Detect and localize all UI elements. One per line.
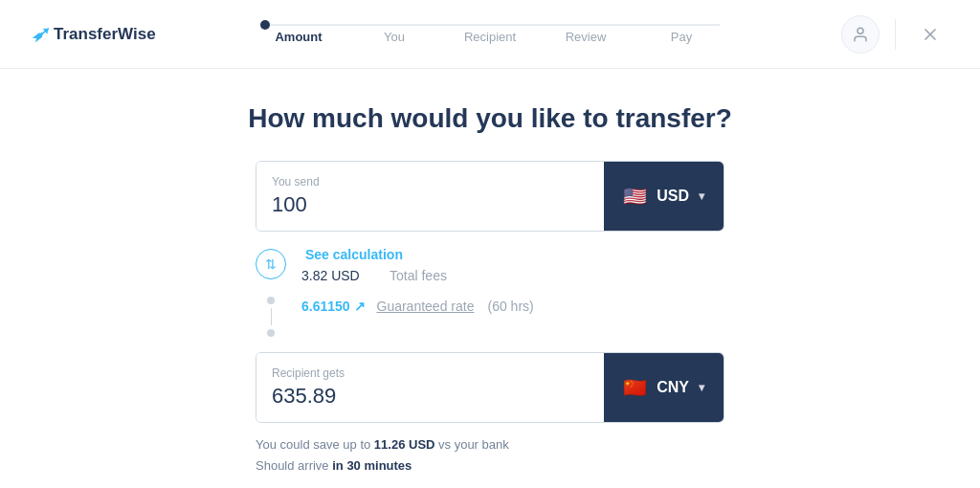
- see-calculation-row: See calculation: [305, 247, 724, 262]
- step-you[interactable]: You: [356, 30, 433, 44]
- send-input-left: You send: [256, 162, 604, 231]
- calc-dot-bottom: [267, 329, 275, 337]
- receive-amount-input[interactable]: [272, 384, 589, 409]
- progress-nav: Amount You Recipient Review Pay: [260, 24, 720, 44]
- receive-label: Recipient gets: [272, 366, 589, 380]
- send-currency-code: USD: [657, 188, 689, 205]
- calc-toggle-icon: ⇅: [265, 256, 277, 272]
- send-currency-caret: ▾: [699, 189, 704, 203]
- calc-details-wrapper: See calculation 3.82 USD Total fees 6.61…: [301, 247, 724, 314]
- transfer-card: You send 🇺🇸 USD ▾ ⇅: [256, 161, 724, 477]
- close-button[interactable]: [911, 15, 949, 54]
- arrival-line: Should arrive in 30 minutes: [256, 455, 724, 477]
- receive-flag: 🇨🇳: [623, 376, 647, 399]
- send-flag: 🇺🇸: [623, 185, 647, 208]
- savings-text: You could save up to 11.26 USD vs your b…: [256, 434, 724, 477]
- calc-toggle-button[interactable]: ⇅: [256, 249, 286, 279]
- logo-icon: ➶: [31, 22, 48, 47]
- savings-amount: 11.26 USD: [374, 437, 435, 452]
- send-input-group: You send 🇺🇸 USD ▾: [256, 161, 724, 232]
- guaranteed-time: (60 hrs): [487, 299, 533, 314]
- header: ➶ TransferWise Amount You Recipient Revi…: [0, 0, 980, 69]
- send-label: You send: [272, 175, 589, 189]
- progress-line: [260, 24, 720, 26]
- steps-labels: Amount You Recipient Review Pay: [260, 30, 720, 44]
- main-content: How much would you like to transfer? You…: [0, 69, 980, 477]
- step-recipient[interactable]: Recipient: [452, 30, 528, 44]
- header-actions: [841, 15, 949, 54]
- rate-value: 6.61150 ↗: [301, 299, 366, 314]
- progress-track: [260, 24, 720, 26]
- fee-row: 3.82 USD Total fees: [301, 268, 724, 283]
- calc-vert-line: [271, 308, 272, 325]
- page-title: How much would you like to transfer?: [248, 103, 732, 134]
- calc-line-container: [267, 297, 275, 337]
- fee-amount: 3.82 USD: [301, 268, 378, 283]
- see-calculation-link[interactable]: See calculation: [305, 247, 403, 262]
- header-divider: [895, 19, 896, 50]
- step-review[interactable]: Review: [547, 30, 624, 44]
- send-currency-button[interactable]: 🇺🇸 USD ▾: [604, 162, 724, 231]
- fee-label: Total fees: [390, 268, 447, 283]
- receive-input-group: Recipient gets 🇨🇳 CNY ▾: [256, 352, 724, 423]
- calc-details: 3.82 USD Total fees 6.61150 ↗ Guaranteed…: [301, 262, 724, 314]
- receive-currency-caret: ▾: [699, 381, 704, 394]
- receive-currency-button[interactable]: 🇨🇳 CNY ▾: [604, 353, 724, 422]
- logo-text: TransferWise: [54, 25, 156, 44]
- logo[interactable]: ➶ TransferWise: [31, 22, 156, 47]
- rate-arrow: ↗: [354, 299, 366, 314]
- guaranteed-link[interactable]: Guaranteed rate: [377, 299, 475, 314]
- calc-icon-col: ⇅: [256, 247, 286, 337]
- savings-line: You could save up to 11.26 USD vs your b…: [256, 434, 724, 455]
- receive-currency-code: CNY: [657, 379, 689, 396]
- calc-dot-top: [267, 297, 275, 304]
- rate-row: 6.61150 ↗ Guaranteed rate (60 hrs): [301, 299, 724, 314]
- svg-point-0: [858, 28, 863, 33]
- arrival-time: in 30 minutes: [332, 458, 412, 473]
- profile-button[interactable]: [841, 15, 880, 54]
- send-amount-input[interactable]: [272, 192, 589, 217]
- receive-input-left: Recipient gets: [256, 353, 604, 422]
- step-pay[interactable]: Pay: [643, 30, 720, 44]
- step-amount[interactable]: Amount: [260, 30, 337, 44]
- progress-dot: [260, 20, 270, 30]
- calc-section: ⇅ See calculation 3.82 USD Total fees: [256, 232, 724, 352]
